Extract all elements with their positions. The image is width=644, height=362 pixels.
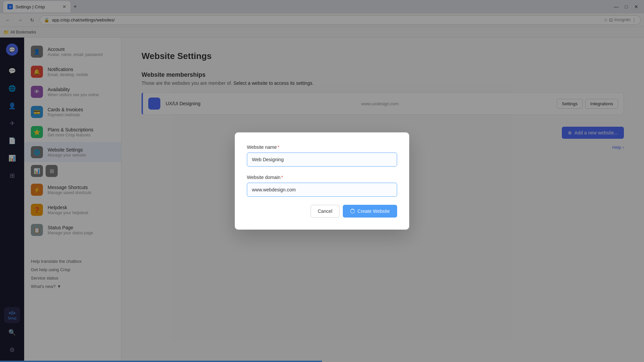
create-website-label: Create Website xyxy=(358,208,390,214)
modal-dialog: Website name* Website domain* Cancel Cre… xyxy=(235,132,409,230)
website-name-label: Website name* xyxy=(247,144,397,150)
website-domain-input[interactable] xyxy=(247,183,397,197)
modal-overlay[interactable]: Website name* Website domain* Cancel Cre… xyxy=(0,0,644,362)
modal-actions: Cancel Create Website xyxy=(247,205,397,218)
cancel-button[interactable]: Cancel xyxy=(311,205,339,218)
required-star-2: * xyxy=(281,175,283,180)
website-domain-field: Website domain* xyxy=(247,175,397,197)
create-website-button[interactable]: Create Website xyxy=(343,205,397,218)
required-star: * xyxy=(277,144,279,150)
website-name-field: Website name* xyxy=(247,144,397,167)
loading-spinner xyxy=(350,209,355,214)
website-name-input[interactable] xyxy=(247,153,397,167)
website-domain-label: Website domain* xyxy=(247,175,397,180)
